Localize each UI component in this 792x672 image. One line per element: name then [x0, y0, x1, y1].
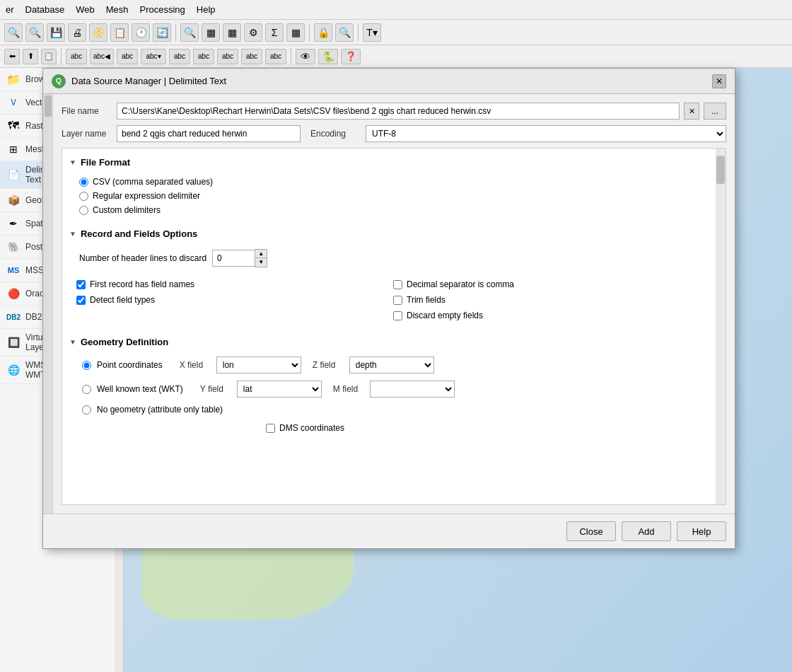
z-field-select[interactable]: depth: [349, 357, 434, 373]
wkt-radio[interactable]: [82, 385, 91, 394]
tool-disk[interactable]: 📀: [89, 23, 107, 42]
tool-search[interactable]: 🔍: [4, 23, 23, 42]
tool-abc9[interactable]: abc: [265, 49, 286, 64]
file-clear-button[interactable]: ✕: [684, 103, 699, 120]
layer-name-input[interactable]: [117, 125, 301, 142]
close-button[interactable]: Close: [566, 521, 616, 541]
browse-icon: 📁: [6, 71, 21, 87]
sep4: [61, 48, 62, 65]
no-geo-label: No geometry (attribute only table): [97, 405, 223, 415]
tool-time[interactable]: 🕐: [132, 23, 150, 42]
menu-help[interactable]: Help: [197, 4, 216, 15]
menu-processing[interactable]: Processing: [140, 4, 185, 15]
file-name-input[interactable]: [117, 103, 680, 120]
decimal-sep-checkbox[interactable]: [393, 280, 402, 289]
header-lines-input[interactable]: [212, 250, 255, 267]
tool-text[interactable]: T▾: [363, 23, 381, 42]
tool-search2[interactable]: 🔍: [25, 23, 44, 42]
spatialite-icon: ✒: [6, 216, 21, 231]
tool-abc1[interactable]: abc: [66, 49, 87, 64]
decimal-sep-row: Decimal separator is comma: [390, 277, 706, 291]
header-lines-label: Number of header lines to discard: [79, 253, 206, 263]
tool-grid2[interactable]: ▦: [223, 23, 241, 42]
first-record-checkbox[interactable]: [76, 280, 86, 289]
point-radio[interactable]: [82, 361, 91, 370]
geometry-section-header[interactable]: ▼ Geometry Definition: [68, 334, 711, 350]
dlg-scroll-thumb: [45, 95, 52, 117]
sep5: [291, 48, 291, 65]
tool-gear[interactable]: ⚙: [244, 23, 262, 42]
file-browse-button[interactable]: ...: [704, 103, 726, 120]
csv-radio[interactable]: [79, 178, 88, 187]
dms-row: DMS coordinates: [68, 421, 711, 435]
record-options-section-header[interactable]: ▼ Record and Fields Options: [68, 226, 711, 242]
file-name-label: File name: [62, 106, 112, 116]
regex-radio[interactable]: [79, 192, 88, 201]
custom-label: Custom delimiters: [93, 205, 161, 215]
dialog-scroll-area: ▼ File Format CSV (comma separated value…: [62, 148, 726, 505]
tool-lock[interactable]: 🔒: [314, 23, 332, 42]
tool-refresh[interactable]: 🔄: [153, 23, 171, 42]
tool-sigma[interactable]: Σ: [265, 23, 284, 42]
layer-name-label: Layer name: [62, 129, 112, 139]
tool-abc8[interactable]: abc: [241, 49, 262, 64]
dialog-titlebar: Q Data Source Manager | Delimited Text ✕: [43, 69, 735, 94]
tool-zoom[interactable]: 🔍: [180, 23, 199, 42]
tool-save[interactable]: 💾: [47, 23, 65, 42]
file-format-section-header[interactable]: ▼ File Format: [68, 154, 711, 170]
tool-small2[interactable]: ⬆: [23, 49, 38, 64]
tool-copy[interactable]: 📋: [110, 23, 129, 42]
menu-mesh[interactable]: Mesh: [106, 4, 129, 15]
tool-abc4[interactable]: abc▾: [141, 49, 166, 64]
tool-small3[interactable]: 📋: [41, 49, 57, 64]
tool-print[interactable]: 🖨: [68, 23, 86, 42]
spinner-up[interactable]: ▲: [255, 250, 267, 258]
tool-abc2[interactable]: abc◀: [90, 49, 114, 64]
tool-magnify[interactable]: 🔍: [335, 23, 354, 42]
m-field-select[interactable]: [370, 381, 455, 398]
dms-label: DMS coordinates: [279, 423, 344, 433]
mesh-icon: ⊞: [6, 141, 21, 157]
spinner-down[interactable]: ▼: [255, 258, 267, 267]
record-options-grid: First record has field names Decimal sep…: [68, 274, 711, 325]
dlg-left-scroll[interactable]: [43, 94, 53, 514]
decimal-sep-label: Decimal separator is comma: [407, 279, 514, 289]
sep3: [358, 24, 359, 41]
trim-fields-checkbox[interactable]: [393, 296, 402, 305]
tool-help[interactable]: ❓: [341, 49, 361, 64]
scroll-track[interactable]: [716, 149, 726, 504]
detect-types-checkbox[interactable]: [76, 296, 86, 305]
tool-small1[interactable]: ⬅: [4, 49, 20, 64]
tool-abc7[interactable]: abc: [217, 49, 238, 64]
tool-python[interactable]: 🐍: [318, 49, 338, 64]
postgres-icon: 🐘: [6, 239, 21, 255]
spinner-buttons: ▲ ▼: [255, 249, 267, 267]
menu-database[interactable]: Database: [25, 4, 65, 15]
geometry-title: Geometry Definition: [81, 337, 168, 347]
sidebar-label-db2: DB2: [25, 312, 42, 322]
dms-checkbox[interactable]: [266, 424, 275, 433]
x-field-select[interactable]: lon: [216, 357, 301, 373]
help-button[interactable]: Help: [677, 521, 726, 541]
point-coords-row: Point coordinates X field lon Z field de…: [68, 354, 711, 376]
tool-abc5[interactable]: abc: [169, 49, 190, 64]
no-geo-radio[interactable]: [82, 405, 91, 415]
tool-abc6[interactable]: abc: [193, 49, 214, 64]
y-field-select[interactable]: lat: [237, 381, 322, 398]
encoding-select[interactable]: UTF-8: [366, 125, 726, 142]
dialog-close-button[interactable]: ✕: [712, 74, 726, 88]
discard-empty-checkbox[interactable]: [393, 311, 402, 320]
x-field-label: X field: [180, 360, 211, 370]
record-options-triangle: ▼: [69, 230, 76, 238]
csv-label: CSV (comma separated values): [93, 177, 213, 187]
discard-empty-row: Discard empty fields: [390, 308, 706, 323]
custom-radio[interactable]: [79, 206, 88, 215]
tool-eye[interactable]: 👁: [296, 49, 315, 64]
menu-er[interactable]: er: [6, 4, 14, 15]
z-field-label: Z field: [313, 360, 344, 370]
add-button[interactable]: Add: [622, 521, 671, 541]
menu-web[interactable]: Web: [76, 4, 95, 15]
tool-grid3[interactable]: ▦: [286, 23, 305, 42]
tool-grid1[interactable]: ▦: [202, 23, 220, 42]
tool-abc3[interactable]: abc: [117, 49, 138, 64]
